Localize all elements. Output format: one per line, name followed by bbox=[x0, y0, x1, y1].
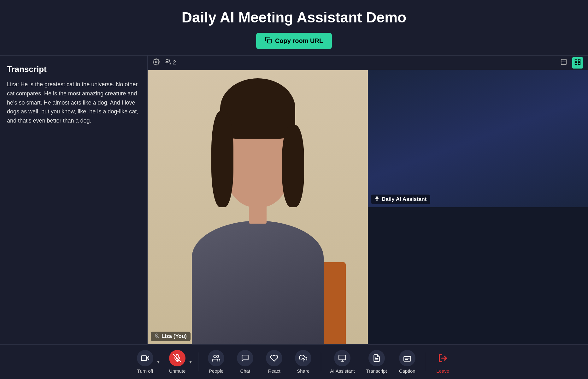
unmute-label: Unmute bbox=[169, 368, 186, 374]
svg-point-19 bbox=[214, 355, 217, 358]
liza-name-label: Liza (You) bbox=[162, 333, 187, 340]
copy-icon bbox=[265, 37, 272, 45]
camera-icon-wrap bbox=[137, 350, 153, 366]
svg-rect-15 bbox=[141, 356, 146, 360]
toolbar-divider-2 bbox=[321, 352, 321, 371]
ai-name-label: Daily AI Assistant bbox=[382, 196, 426, 202]
copy-url-button[interactable]: Copy room URL bbox=[256, 33, 332, 49]
chat-label: Chat bbox=[240, 368, 250, 374]
ai-assistant-label: AI Assistant bbox=[330, 368, 355, 374]
toolbar-left: 2 bbox=[153, 58, 176, 67]
transcript-title: Transcript bbox=[7, 64, 140, 74]
unmute-group: Unmute ▾ bbox=[165, 347, 193, 376]
main-area: Transcript Liza: He is the greatest cat … bbox=[0, 55, 588, 344]
liza-video-cell: Liza (You) bbox=[148, 70, 368, 344]
participant-number: 2 bbox=[173, 59, 176, 66]
share-button[interactable]: Share bbox=[291, 347, 316, 376]
video-grid: Liza (You) Daily AI Assi bbox=[148, 70, 588, 344]
transcript-button[interactable]: Transcript bbox=[362, 347, 391, 376]
bottom-toolbar: Turn off ▾ Unmute ▾ bbox=[0, 344, 588, 379]
people-icon-small bbox=[165, 59, 171, 67]
ai-video-label: Daily AI Assistant bbox=[371, 195, 430, 204]
settings-icon[interactable] bbox=[153, 58, 160, 67]
video-toolbar-top: 2 bbox=[148, 56, 588, 70]
transcript-panel: Transcript Liza: He is the greatest cat … bbox=[0, 56, 148, 344]
camera-arrow-button[interactable]: ▾ bbox=[156, 358, 161, 366]
svg-point-1 bbox=[155, 61, 157, 63]
video-area: 2 bbox=[148, 56, 588, 344]
liza-video-label: Liza (You) bbox=[151, 332, 191, 341]
people-button[interactable]: People bbox=[203, 347, 229, 376]
transcript-label: Transcript bbox=[366, 368, 387, 374]
svg-rect-6 bbox=[578, 59, 580, 61]
mic-arrow-button[interactable]: ▾ bbox=[188, 358, 193, 366]
toolbar-divider-3 bbox=[425, 352, 425, 371]
ai-video-feed bbox=[368, 70, 588, 207]
empty-video-cell bbox=[368, 207, 588, 344]
leave-icon-wrap bbox=[435, 350, 451, 366]
react-button[interactable]: React bbox=[262, 347, 287, 376]
svg-rect-8 bbox=[578, 62, 580, 64]
svg-rect-0 bbox=[268, 39, 271, 43]
react-icon-wrap bbox=[266, 350, 282, 366]
chat-icon-wrap bbox=[237, 350, 253, 366]
svg-rect-7 bbox=[575, 62, 577, 64]
liza-mic-icon bbox=[155, 333, 159, 340]
mic-icon-wrap bbox=[169, 350, 185, 366]
header: Daily AI Meeting Assistant Demo Copy roo… bbox=[0, 0, 588, 55]
people-icon-wrap bbox=[208, 350, 224, 366]
svg-rect-26 bbox=[404, 357, 411, 361]
toolbar-divider-1 bbox=[198, 352, 198, 371]
toolbar-right bbox=[558, 57, 583, 69]
leave-label: Leave bbox=[436, 368, 449, 374]
ai-icon-wrap bbox=[334, 350, 350, 366]
camera-label: Turn off bbox=[137, 368, 153, 374]
react-label: React bbox=[268, 368, 280, 374]
single-view-button[interactable] bbox=[558, 57, 569, 69]
svg-rect-21 bbox=[339, 355, 346, 360]
unmute-button[interactable]: Unmute bbox=[165, 347, 190, 376]
camera-button[interactable]: Turn off bbox=[132, 347, 158, 376]
transcript-text: Liza: He is the greatest cat in the univ… bbox=[7, 80, 140, 125]
caption-label: Caption bbox=[399, 368, 415, 374]
camera-group: Turn off ▾ bbox=[132, 347, 161, 376]
svg-point-2 bbox=[166, 60, 168, 62]
page-title: Daily AI Meeting Assistant Demo bbox=[182, 9, 406, 26]
ai-assistant-button[interactable]: AI Assistant bbox=[326, 347, 358, 376]
share-icon-wrap bbox=[295, 350, 311, 366]
ai-video-cell-top: Daily AI Assistant bbox=[368, 70, 588, 207]
ai-mic-icon bbox=[375, 196, 379, 202]
caption-button[interactable]: Caption bbox=[395, 347, 420, 376]
leave-button[interactable]: Leave bbox=[430, 347, 456, 376]
transcript-icon-wrap bbox=[368, 350, 385, 366]
share-label: Share bbox=[297, 368, 309, 374]
participant-count: 2 bbox=[165, 59, 176, 67]
svg-marker-14 bbox=[147, 357, 149, 360]
caption-icon-wrap bbox=[399, 350, 415, 366]
grid-view-button[interactable] bbox=[572, 57, 583, 69]
people-label: People bbox=[209, 368, 224, 374]
chat-button[interactable]: Chat bbox=[232, 347, 258, 376]
svg-rect-5 bbox=[575, 59, 577, 61]
